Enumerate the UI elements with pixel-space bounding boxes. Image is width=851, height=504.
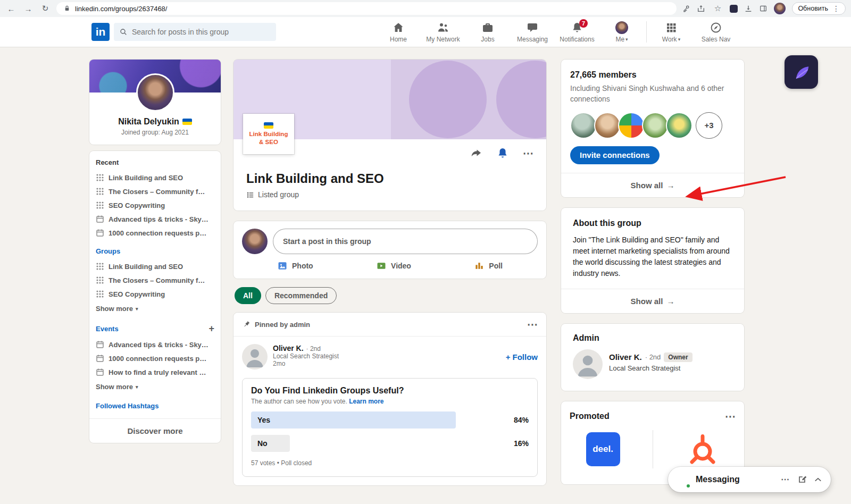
share-icon[interactable] (697, 4, 705, 13)
events-section-title[interactable]: Events + (89, 316, 221, 338)
extension-icon[interactable] (730, 5, 738, 13)
recent-section-title: Recent (89, 157, 221, 171)
post-author-avatar[interactable] (242, 344, 268, 369)
linkedin-logo[interactable]: in (91, 23, 110, 41)
owner-badge: Owner (664, 352, 692, 362)
right-sidebar: 27,665 members Including Shivani Singh K… (561, 60, 744, 484)
search-input[interactable] (132, 28, 271, 36)
composer-avatar[interactable] (242, 229, 268, 254)
messaging-overflow-menu-icon[interactable]: ⋯ (781, 474, 791, 485)
group-overflow-menu-icon[interactable]: ⋯ (523, 147, 533, 159)
groups-item[interactable]: The Closers – Community f… (89, 273, 221, 287)
groups-item[interactable]: Link Building and SEO (89, 259, 221, 273)
browser-menu-icon[interactable]: ⋮ (832, 4, 840, 13)
side-panel-icon[interactable] (759, 4, 767, 13)
admin-title: Admin (573, 333, 732, 343)
pinned-label: Pinned by admin (255, 321, 310, 329)
members-including-text: Including Shivani Singh Kushwaha and 6 o… (570, 83, 735, 105)
back-icon[interactable]: ← (5, 4, 17, 13)
group-cover-image: Link Building& SEO (233, 60, 546, 139)
forward-icon[interactable]: → (22, 4, 34, 13)
chevron-down-icon: ▾ (136, 384, 138, 390)
filter-all-pill[interactable]: All (235, 287, 261, 304)
add-event-button[interactable]: + (208, 324, 214, 333)
member-avatar[interactable] (570, 112, 597, 139)
address-bar[interactable]: linkedin.com/groups/2637468/ (56, 2, 677, 15)
recent-item[interactable]: Advanced tips & tricks - Sky… (89, 212, 221, 226)
browser-profile-avatar[interactable] (774, 3, 786, 14)
promoted-title: Promoted (570, 411, 610, 421)
about-show-all[interactable]: Show all → (561, 289, 744, 313)
video-button[interactable]: Video (376, 261, 411, 271)
follow-button[interactable]: + Follow (506, 344, 538, 369)
bookmark-star-icon[interactable]: ☆ (712, 4, 723, 13)
nav-work[interactable]: Work▾ (649, 17, 694, 47)
profile-name[interactable]: Nikita Delyukin (89, 117, 221, 127)
events-item[interactable]: 1000 connection requests p… (89, 351, 221, 365)
photo-button[interactable]: Photo (277, 261, 313, 271)
groups-section-title[interactable]: Groups (89, 240, 221, 259)
admin-avatar[interactable] (573, 349, 603, 379)
post-author-name[interactable]: Oliver K. (273, 344, 304, 352)
hubspot-sprocket-ad-logo[interactable] (686, 432, 720, 466)
messaging-panel-title[interactable]: Messaging (696, 475, 775, 484)
post-overflow-menu-icon[interactable]: ⋯ (527, 318, 538, 331)
main-feed-column: Link Building& SEO ⋯ Link Building and S… (233, 60, 546, 485)
events-item[interactable]: Advanced tips & tricks - Sky… (89, 338, 221, 351)
nav-me[interactable]: Me▾ (599, 17, 644, 47)
video-icon (376, 261, 387, 271)
share-group-icon[interactable] (470, 147, 482, 159)
recent-item[interactable]: The Closers – Community f… (89, 184, 221, 198)
groups-show-more[interactable]: Show more ▾ (89, 301, 221, 316)
messaging-overlay-panel[interactable]: Messaging ⋯ (668, 467, 831, 492)
nav-notifications[interactable]: 7 Notifications (555, 17, 599, 47)
search-box[interactable] (114, 23, 276, 41)
nav-sales-nav[interactable]: Sales Nav (694, 17, 738, 47)
deel-ad-logo[interactable]: deel. (586, 432, 620, 466)
events-show-more[interactable]: Show more ▾ (89, 379, 221, 394)
member-avatar[interactable] (666, 112, 693, 139)
about-description: Join "The Link Building and SEO" family … (573, 234, 732, 279)
profile-avatar[interactable] (136, 73, 174, 112)
group-notifications-bell-icon[interactable] (496, 147, 509, 159)
compose-message-icon[interactable] (797, 474, 807, 485)
followed-hashtags-link[interactable]: Followed Hashtags (89, 394, 221, 413)
left-sidebar: Nikita Delyukin Joined group: Aug 2021 R… (89, 60, 221, 443)
invite-connections-button[interactable]: Invite connections (570, 146, 660, 164)
members-overflow-badge[interactable]: +3 (696, 112, 722, 139)
recent-item[interactable]: 1000 connection requests p… (89, 226, 221, 240)
recent-item[interactable]: Link Building and SEO (89, 171, 221, 184)
poll-option-bar[interactable]: Yes (251, 411, 456, 429)
nav-home[interactable]: Home (376, 17, 421, 47)
events-item[interactable]: How to find a truly relevant … (89, 365, 221, 379)
member-avatar[interactable] (594, 112, 621, 139)
filter-recommended-pill[interactable]: Recommended (265, 287, 337, 304)
expand-panel-chevron-icon[interactable] (813, 474, 823, 485)
poll-option-bar[interactable]: No (251, 435, 290, 452)
browser-extension-overlay-icon[interactable] (785, 55, 818, 89)
groups-item[interactable]: SEO Copywriting (89, 287, 221, 301)
notification-badge: 7 (579, 19, 588, 28)
compass-icon (710, 21, 722, 34)
url-text: linkedin.com/groups/2637468/ (75, 5, 167, 13)
nav-messaging[interactable]: Messaging (510, 17, 555, 47)
member-avatar[interactable] (642, 112, 669, 139)
recent-item[interactable]: SEO Copywriting (89, 198, 221, 212)
poll-widget: Do You Find Linkedin Groups Useful? The … (242, 378, 538, 477)
discover-more-button[interactable]: Discover more (89, 418, 221, 443)
nav-jobs[interactable]: Jobs (465, 17, 510, 47)
key-icon[interactable] (682, 4, 690, 13)
member-avatar[interactable] (618, 112, 645, 139)
download-icon[interactable] (744, 4, 753, 13)
promoted-overflow-menu-icon[interactable]: ⋯ (725, 410, 736, 423)
poll-button[interactable]: Poll (474, 261, 503, 271)
reload-icon[interactable]: ↻ (39, 4, 51, 13)
admin-card: Admin Oliver K. · 2nd Owner Local Search… (561, 324, 744, 391)
start-post-input[interactable]: Start a post in this group (273, 229, 538, 254)
members-show-all[interactable]: Show all → (561, 173, 744, 197)
update-button[interactable]: Обновить ⋮ (792, 2, 846, 15)
admin-name[interactable]: Oliver K. (609, 352, 642, 362)
nav-my-network[interactable]: My Network (421, 17, 465, 47)
group-logo[interactable]: Link Building& SEO (243, 114, 294, 154)
learn-more-link[interactable]: Learn more (349, 398, 383, 405)
